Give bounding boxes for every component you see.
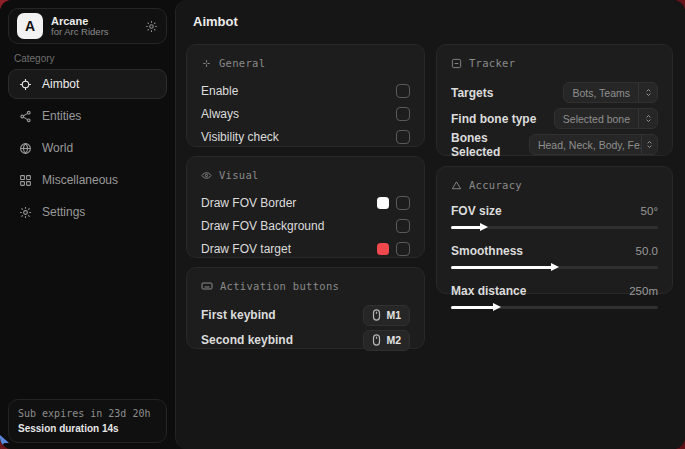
fov-target-checkbox[interactable] (396, 242, 410, 256)
card-title: General (219, 57, 265, 69)
app-subtitle: for Arc Riders (51, 27, 137, 37)
expand-icon (638, 83, 657, 102)
session-duration-text: Session duration 14s (18, 423, 157, 434)
settings-gear-icon (19, 206, 32, 219)
expand-icon (641, 135, 657, 154)
fov-size-value: 50° (641, 205, 658, 217)
fov-border-color-swatch[interactable] (377, 197, 389, 209)
card-title: Accuracy (469, 179, 522, 191)
slider-row: Smoothness 50.0 (451, 242, 658, 272)
keyboard-icon (201, 280, 213, 292)
sidebar: A Arcane for Arc Riders Category (0, 0, 175, 449)
slider-row: FOV size 50° (451, 202, 658, 232)
entities-icon (19, 110, 32, 123)
slider-knob[interactable] (551, 263, 559, 271)
slider-knob[interactable] (480, 223, 488, 231)
card-activation-buttons: Activation buttons First keybind M1 Seco… (186, 267, 425, 349)
slider-row: Max distance 250m (451, 282, 658, 312)
smoothness-slider[interactable] (451, 262, 658, 272)
card-title: Visual (219, 169, 259, 181)
triangle-icon (451, 180, 462, 191)
card-accuracy: Accuracy FOV size 50° Smoothness 50.0 (436, 166, 673, 294)
visibility-check-checkbox[interactable] (396, 130, 410, 144)
card-general: General Enable Always Visibility check (186, 44, 425, 147)
bones-selected-dropdown[interactable]: Head, Neck, Body, Fe... (529, 134, 658, 155)
sidebar-item-entities[interactable]: Entities (8, 101, 167, 131)
setting-row: Draw FOV target (201, 238, 410, 260)
card-title: Tracker (469, 57, 515, 69)
sidebar-nav: Aimbot Entities World (8, 69, 167, 229)
sub-expiry-text: Sub expires in 23d 20h (18, 408, 157, 419)
setting-row: Enable (201, 80, 410, 102)
gear-icon[interactable] (145, 20, 158, 33)
max-distance-slider[interactable] (451, 302, 658, 312)
crosshair-icon (201, 58, 212, 69)
crosshair-icon (19, 78, 32, 91)
setting-row: Visibility check (201, 126, 410, 148)
app-window: A Arcane for Arc Riders Category (0, 0, 685, 449)
fov-background-checkbox[interactable] (396, 219, 410, 233)
card-title: Activation buttons (220, 280, 339, 292)
subscription-info: Sub expires in 23d 20h Session duration … (8, 399, 167, 443)
enable-checkbox[interactable] (396, 84, 410, 98)
first-keybind-button[interactable]: M1 (363, 305, 410, 326)
second-keybind-button[interactable]: M2 (363, 330, 410, 351)
sidebar-item-label: World (42, 141, 73, 155)
smoothness-value: 50.0 (636, 245, 658, 257)
sidebar-item-label: Entities (42, 109, 81, 123)
setting-row: Targets Bots, Teams (451, 80, 658, 105)
eye-icon (201, 170, 212, 181)
card-tracker: Tracker Targets Bots, Teams Find bone ty… (436, 44, 673, 156)
globe-icon (19, 142, 32, 155)
mouse-icon (372, 309, 381, 321)
fov-border-checkbox[interactable] (396, 196, 410, 210)
always-checkbox[interactable] (396, 107, 410, 121)
fov-size-slider[interactable] (451, 222, 658, 232)
setting-row: First keybind M1 (201, 303, 410, 327)
app-header: A Arcane for Arc Riders (8, 8, 167, 44)
setting-row: Find bone type Selected bone (451, 106, 658, 131)
category-label: Category (14, 53, 55, 64)
sidebar-item-aimbot[interactable]: Aimbot (8, 69, 167, 99)
fov-target-color-swatch[interactable] (377, 243, 389, 255)
page-title: Aimbot (193, 14, 238, 29)
setting-row: Bones Selected Head, Neck, Body, Fe... (451, 132, 658, 157)
sidebar-item-label: Aimbot (42, 77, 79, 91)
max-distance-value: 250m (629, 285, 658, 297)
setting-row: Always (201, 103, 410, 125)
sidebar-item-world[interactable]: World (8, 133, 167, 163)
mouse-cursor (0, 432, 12, 449)
sidebar-item-settings[interactable]: Settings (8, 197, 167, 227)
mouse-icon (372, 334, 381, 346)
slider-knob[interactable] (493, 303, 501, 311)
sidebar-item-miscellaneous[interactable]: Miscellaneous (8, 165, 167, 195)
expand-icon (638, 109, 657, 128)
card-visual: Visual Draw FOV Border Draw FOV Backgrou… (186, 156, 425, 258)
sidebar-item-label: Settings (42, 205, 85, 219)
setting-row: Draw FOV Background (201, 215, 410, 237)
app-name: Arcane (51, 15, 137, 27)
grid-icon (19, 174, 32, 187)
sidebar-item-label: Miscellaneous (42, 173, 118, 187)
setting-row: Draw FOV Border (201, 192, 410, 214)
tracker-icon (451, 58, 462, 69)
find-bone-type-dropdown[interactable]: Selected bone (554, 108, 658, 129)
app-logo: A (17, 13, 43, 39)
targets-dropdown[interactable]: Bots, Teams (563, 82, 658, 103)
main-panel: Aimbot General Enable Always Visibili (175, 0, 685, 449)
setting-row: Second keybind M2 (201, 328, 410, 352)
